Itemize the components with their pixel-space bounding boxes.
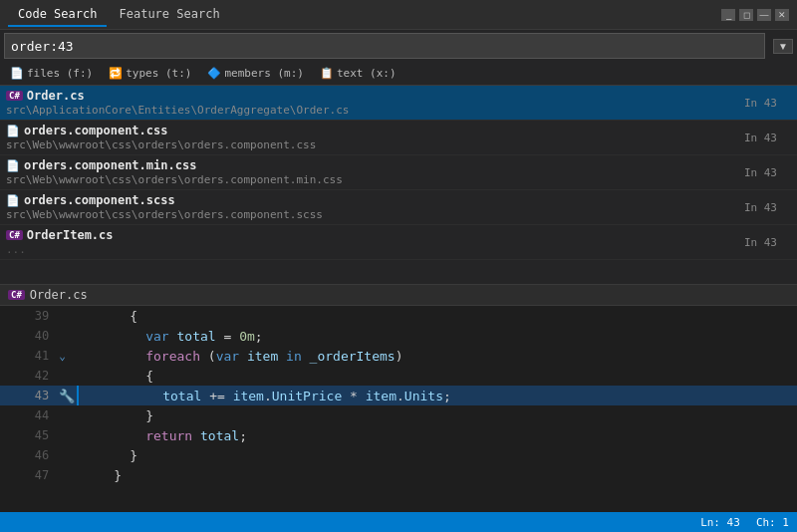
filter-files[interactable]: 📄 files (f:)	[6, 65, 97, 82]
search-bar	[4, 33, 765, 59]
result-item[interactable]: C# OrderItem.cs ... In 43	[0, 225, 797, 260]
status-col: Ch: 1	[756, 516, 789, 529]
cs-badge: C#	[6, 91, 23, 101]
main-content: ▼ 📄 files (f:) 🔁 types (t:) 🔷 members (m…	[0, 30, 797, 532]
css-file-icon: 📄	[6, 125, 20, 137]
preview-filename: Order.cs	[30, 288, 88, 302]
tab-code-search[interactable]: Code Search	[8, 3, 107, 27]
code-line-42: 42 {	[0, 366, 797, 386]
cs-badge: C#	[6, 230, 23, 240]
pin-button[interactable]: —	[757, 9, 771, 21]
code-line-45: 45 return total;	[0, 425, 797, 445]
code-line-46: 46 }	[0, 445, 797, 465]
code-line-47: 47 }	[0, 465, 797, 485]
code-line-41: 41 ⌄ foreach (var item in _orderItems)	[0, 346, 797, 366]
result-item[interactable]: C# Order.cs src\ApplicationCore\Entities…	[0, 86, 797, 121]
search-dropdown-button[interactable]: ▼	[773, 39, 793, 54]
result-item[interactable]: 📄 orders.component.scss src\Web\wwwroot\…	[0, 190, 797, 225]
tab-feature-search[interactable]: Feature Search	[109, 3, 229, 27]
filter-members[interactable]: 🔷 members (m:)	[203, 65, 307, 82]
code-table: 39 { 40 var total = 0m; 41 ⌄ foreach (va…	[0, 306, 797, 485]
code-line-44: 44 }	[0, 405, 797, 425]
window-controls: ⎯ ◻ — ✕	[721, 9, 789, 21]
code-line-43: 43 🔧 total += item.UnitPrice * item.Unit…	[0, 386, 797, 405]
result-item[interactable]: 📄 orders.component.css src\Web\wwwroot\c…	[0, 121, 797, 155]
filter-types[interactable]: 🔁 types (t:)	[105, 65, 195, 82]
minimize-button[interactable]: ⎯	[721, 9, 735, 21]
filter-tabs: 📄 files (f:) 🔁 types (t:) 🔷 members (m:)…	[0, 62, 797, 86]
members-icon: 🔷	[207, 67, 221, 80]
types-icon: 🔁	[109, 67, 123, 80]
result-item[interactable]: 📄 orders.component.min.css src\Web\wwwro…	[0, 155, 797, 190]
text-icon: 📋	[320, 67, 334, 80]
code-line-40: 40 var total = 0m;	[0, 326, 797, 346]
title-tabs: Code Search Feature Search	[8, 3, 230, 27]
code-preview-header: C# Order.cs	[0, 285, 797, 306]
cssmin-file-icon: 📄	[6, 159, 20, 172]
cs-badge-preview: C#	[8, 290, 25, 300]
close-button[interactable]: ✕	[775, 9, 789, 21]
results-list[interactable]: C# Order.cs src\ApplicationCore\Entities…	[0, 86, 797, 285]
code-line-39: 39 {	[0, 306, 797, 326]
restore-button[interactable]: ◻	[739, 9, 753, 21]
status-bar: Ln: 43 Ch: 1	[0, 512, 797, 532]
title-bar: Code Search Feature Search ⎯ ◻ — ✕	[0, 0, 797, 30]
code-preview-body[interactable]: 39 { 40 var total = 0m; 41 ⌄ foreach (va…	[0, 306, 797, 512]
file-icon: 📄	[10, 67, 24, 80]
search-input[interactable]	[11, 39, 758, 54]
scss-file-icon: 📄	[6, 194, 20, 207]
status-position: Ln: 43	[700, 516, 740, 529]
filter-text[interactable]: 📋 text (x:)	[316, 65, 400, 82]
